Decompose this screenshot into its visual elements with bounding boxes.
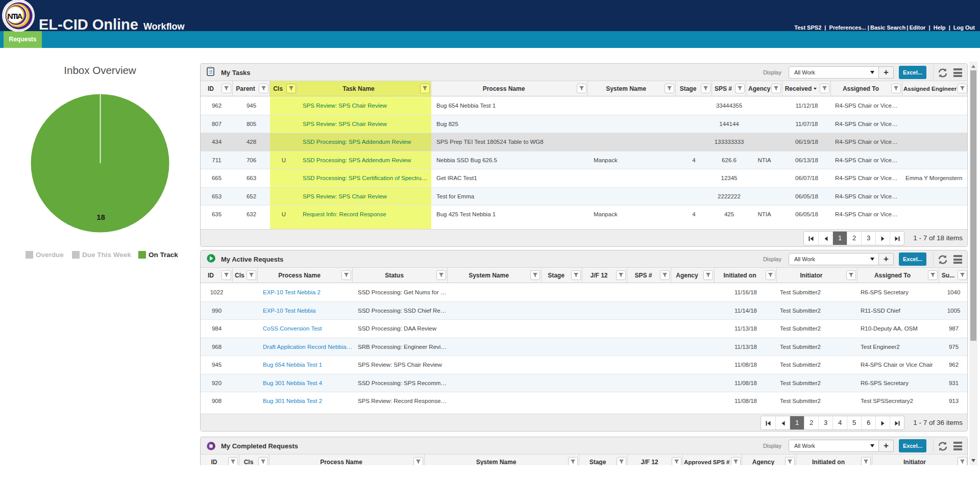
svg-text:NTIA: NTIA xyxy=(8,12,23,20)
